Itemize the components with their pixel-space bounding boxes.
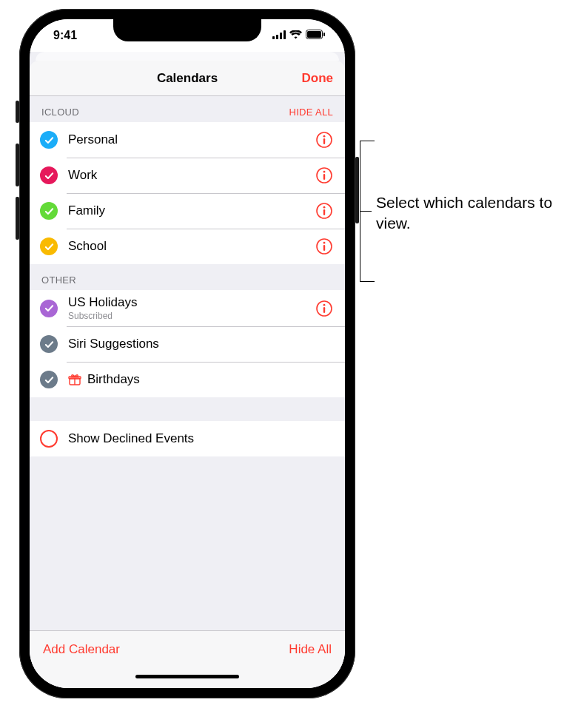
phone-frame: 9:41 Calendars Done ICLOUD [19,9,355,698]
screen: 9:41 Calendars Done ICLOUD [30,19,345,688]
hide-all-button[interactable]: Hide All [289,642,332,657]
svg-rect-2 [280,33,282,39]
section-title: ICLOUD [41,107,79,118]
svg-rect-18 [323,245,325,251]
calendar-label: Personal [68,132,118,147]
calendar-label: Work [68,168,97,183]
calendar-subtitle: Subscribed [68,311,138,321]
calendar-label: US Holidays [68,295,138,310]
calendar-label: Siri Suggestions [68,337,159,351]
checkmark-icon[interactable] [40,237,58,255]
wifi-icon [289,29,302,42]
calendar-row-work[interactable]: Work [30,158,345,193]
svg-point-17 [323,242,326,244]
battery-icon [306,29,326,42]
declined-events-list: Show Declined Events [30,421,345,456]
home-indicator-area [30,667,345,688]
svg-rect-15 [323,209,325,215]
svg-rect-3 [284,30,286,39]
calendar-label: Birthdays [87,372,140,387]
svg-rect-9 [323,138,325,144]
info-icon[interactable] [315,300,333,317]
show-declined-events-row[interactable]: Show Declined Events [30,421,345,456]
calendar-list-other: US Holidays Subscribed Siri Suggestions [30,290,345,397]
section-header-icloud: ICLOUD HIDE ALL [30,96,345,122]
calendars-sheet: Calendars Done ICLOUD HIDE ALL Personal … [30,61,345,688]
svg-rect-1 [276,35,278,39]
hide-all-icloud-button[interactable]: HIDE ALL [289,107,333,118]
svg-rect-5 [307,31,321,38]
notch [113,19,261,41]
section-header-other: OTHER [30,264,345,290]
calendar-row-birthdays[interactable]: Birthdays [30,362,345,397]
calendar-label: Family [68,203,105,218]
nav-bar: Calendars Done [30,61,345,96]
toolbar: Add Calendar Hide All [30,630,345,667]
declined-label: Show Declined Events [68,431,194,446]
info-icon[interactable] [315,131,333,149]
side-button[interactable] [355,157,359,223]
svg-rect-0 [272,36,275,39]
info-icon[interactable] [315,166,333,184]
callout-tick [360,281,375,282]
calendar-row-family[interactable]: Family [30,193,345,229]
status-indicators [272,29,326,42]
checkmark-icon[interactable] [40,335,58,353]
callout-tick [360,141,375,141]
sheet-behind-card [36,52,339,61]
checkmark-icon[interactable] [40,202,58,220]
unchecked-circle-icon[interactable] [40,430,58,448]
nav-title: Calendars [157,71,218,86]
svg-point-14 [323,206,326,209]
done-button[interactable]: Done [302,71,334,86]
svg-rect-21 [323,307,325,313]
svg-point-20 [323,303,326,306]
svg-rect-6 [323,33,325,36]
status-time: 9:41 [53,29,77,42]
calendar-label: School [68,239,107,254]
calendar-row-siri-suggestions[interactable]: Siri Suggestions [30,326,345,362]
calendar-row-personal[interactable]: Personal [30,122,345,158]
svg-rect-12 [323,174,325,180]
callout-lead [360,211,372,212]
checkmark-icon[interactable] [40,131,58,149]
callout-text: Select which calendars to view. [376,192,554,235]
cellular-icon [272,29,286,42]
calendar-list-icloud: Personal Work Family School [30,122,345,264]
checkmark-icon[interactable] [40,300,58,317]
home-indicator[interactable] [135,675,239,678]
calendar-row-us-holidays[interactable]: US Holidays Subscribed [30,290,345,326]
section-title: OTHER [41,274,76,286]
calendar-row-school[interactable]: School [30,229,345,264]
checkmark-icon[interactable] [40,371,58,388]
gift-icon [68,373,81,386]
svg-point-11 [323,171,326,173]
add-calendar-button[interactable]: Add Calendar [43,642,120,657]
svg-point-8 [323,135,326,138]
info-icon[interactable] [315,202,333,220]
checkmark-icon[interactable] [40,166,58,184]
info-icon[interactable] [315,237,333,255]
